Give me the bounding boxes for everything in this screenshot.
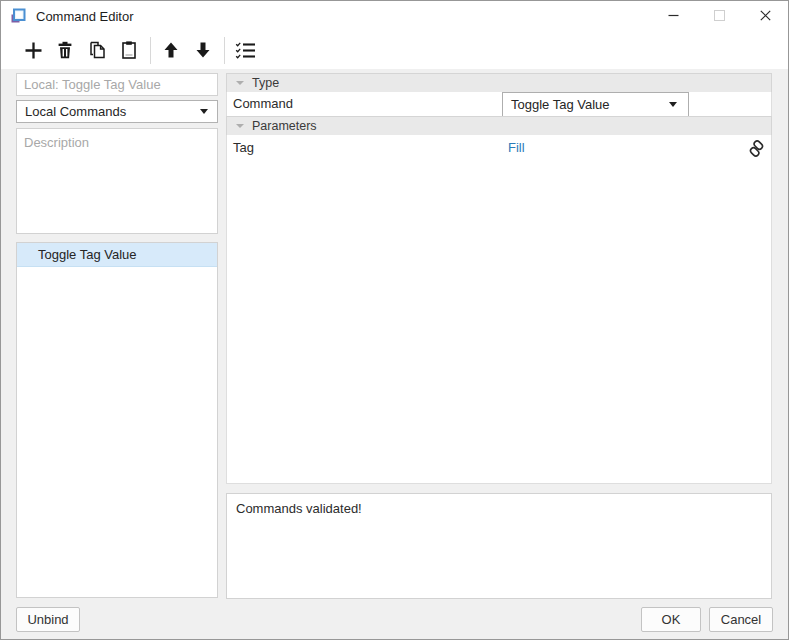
arrow-up-icon xyxy=(162,41,180,59)
parameters-section-header[interactable]: Parameters xyxy=(226,116,772,136)
description-input[interactable] xyxy=(16,128,218,234)
checklist-icon xyxy=(235,41,256,60)
cancel-button[interactable]: Cancel xyxy=(709,607,773,632)
command-row-label: Command xyxy=(233,96,293,111)
close-icon xyxy=(760,10,771,21)
command-source-value: Local Commands xyxy=(25,104,126,119)
toolbar-separator xyxy=(150,37,151,64)
app-logo-icon xyxy=(9,7,27,25)
validate-commands-button[interactable] xyxy=(232,37,258,64)
tag-bind-button[interactable] xyxy=(745,137,767,159)
validation-message: Commands validated! xyxy=(236,501,362,516)
move-down-button[interactable] xyxy=(190,37,216,64)
collapse-triangle-icon xyxy=(236,81,244,85)
chevron-down-icon xyxy=(200,109,208,114)
tag-parameter-row: Tag Fill xyxy=(227,135,771,162)
paste-icon xyxy=(119,40,139,60)
window-controls xyxy=(650,1,788,31)
validation-message-box: Commands validated! xyxy=(226,493,772,599)
close-button[interactable] xyxy=(742,1,788,30)
trash-icon xyxy=(55,40,75,60)
list-item[interactable]: Toggle Tag Value xyxy=(17,243,217,267)
command-source-dropdown[interactable]: Local Commands xyxy=(16,100,218,123)
type-section-label: Type xyxy=(252,76,279,90)
copy-icon xyxy=(87,40,107,60)
type-section-header[interactable]: Type xyxy=(226,73,772,93)
window-title: Command Editor xyxy=(36,9,134,24)
maximize-icon xyxy=(714,10,725,21)
command-row: Command xyxy=(226,92,772,117)
parameters-section-label: Parameters xyxy=(252,119,317,133)
chevron-down-icon xyxy=(669,102,677,107)
maximize-button xyxy=(696,1,742,30)
command-type-dropdown[interactable]: Toggle Tag Value xyxy=(502,92,689,117)
command-type-value: Toggle Tag Value xyxy=(511,97,610,112)
copy-command-button[interactable] xyxy=(84,37,110,64)
add-command-button[interactable] xyxy=(20,37,46,64)
toolbar-separator xyxy=(224,37,225,64)
unbind-button[interactable]: Unbind xyxy=(16,607,80,632)
titlebar: Command Editor xyxy=(1,1,788,31)
chain-link-icon xyxy=(747,139,766,158)
parameters-body: Tag Fill xyxy=(226,135,772,484)
paste-command-button[interactable] xyxy=(116,37,142,64)
minimize-icon xyxy=(668,10,679,21)
move-up-button[interactable] xyxy=(158,37,184,64)
tag-parameter-value-link[interactable]: Fill xyxy=(508,140,525,155)
delete-command-button[interactable] xyxy=(52,37,78,64)
ok-button[interactable]: OK xyxy=(641,607,701,632)
command-list: Toggle Tag Value xyxy=(16,242,218,598)
tag-parameter-label: Tag xyxy=(233,140,254,155)
toolbar xyxy=(1,31,788,69)
arrow-down-icon xyxy=(194,41,212,59)
binding-path-field[interactable] xyxy=(16,73,218,96)
plus-icon xyxy=(23,40,44,61)
minimize-button[interactable] xyxy=(650,1,696,30)
command-editor-window: Command Editor xyxy=(0,0,789,640)
collapse-triangle-icon xyxy=(236,124,244,128)
